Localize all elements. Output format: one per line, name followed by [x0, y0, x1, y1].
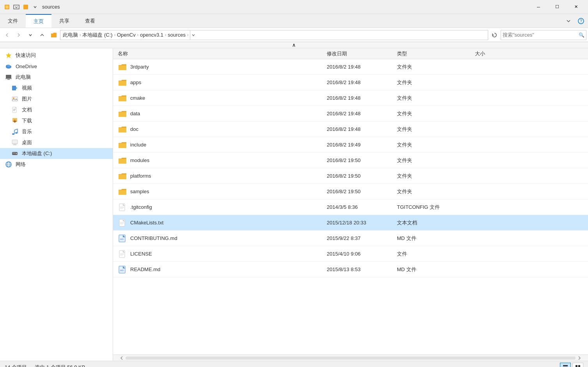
tab-file[interactable]: 文件	[0, 14, 26, 28]
svg-rect-43	[119, 219, 125, 226]
sidebar-item-OneDrive[interactable]: OneDrive	[0, 61, 113, 72]
sidebar-item-此电脑[interactable]: 此电脑	[0, 72, 113, 83]
view-buttons	[560, 363, 583, 367]
hscroll-left-arrow[interactable]	[119, 356, 124, 360]
table-row[interactable]: platforms 2016/8/2 19:50 文件夹	[113, 168, 588, 184]
file-icon	[118, 156, 127, 165]
svg-rect-13	[7, 79, 10, 80]
address-path[interactable]: 此电脑 › 本地磁盘 (C:) › OpenCv › opencv3.1 › s…	[60, 30, 488, 40]
large-icons-view-button[interactable]	[572, 363, 583, 367]
title-bar-app-icons	[3, 3, 39, 11]
search-input[interactable]	[503, 32, 579, 38]
address-folder-icon	[48, 30, 59, 41]
path-segment-opencv[interactable]: OpenCv	[117, 32, 136, 38]
file-date: 2016/8/2 19:50	[324, 157, 394, 163]
table-row[interactable]: 3rdparty 2016/8/2 19:48 文件夹	[113, 59, 588, 75]
table-row[interactable]: doc 2016/8/2 19:48 文件夹	[113, 122, 588, 137]
minimize-button[interactable]: ─	[530, 1, 547, 13]
table-row[interactable]: include 2016/8/2 19:49 文件夹	[113, 137, 588, 153]
tab-home[interactable]: 主页	[26, 14, 51, 28]
horizontal-scrollbar[interactable]	[113, 355, 588, 361]
table-row[interactable]: apps 2016/8/2 19:48 文件夹	[113, 75, 588, 90]
collapse-bar[interactable]: ∧	[0, 42, 588, 48]
refresh-button[interactable]	[489, 30, 500, 41]
table-row[interactable]: samples 2016/8/2 19:50 文件夹	[113, 184, 588, 199]
file-icon	[118, 78, 127, 87]
file-icon	[118, 94, 127, 103]
close-button[interactable]: ✕	[567, 1, 585, 13]
sidebar-label: 图片	[22, 95, 32, 102]
file-name: cmake	[130, 95, 145, 101]
table-row[interactable]: cmake 2016/8/2 19:48 文件夹	[113, 90, 588, 106]
svg-rect-49	[119, 251, 125, 258]
details-view-button[interactable]	[560, 363, 571, 367]
sidebar-item-视频[interactable]: 视频	[0, 83, 113, 94]
path-segment-drive[interactable]: 本地磁盘 (C:)	[82, 32, 112, 39]
maximize-button[interactable]: ☐	[548, 1, 566, 13]
sidebar-item-下载[interactable]: 下载	[0, 115, 113, 126]
forward-button[interactable]	[13, 30, 24, 41]
sidebar-item-本地磁盘 (C:)[interactable]: 本地磁盘 (C:)	[0, 148, 113, 159]
table-row[interactable]: data 2016/8/2 19:48 文件夹	[113, 106, 588, 122]
file-icon	[118, 218, 127, 228]
file-type: 文本文档	[394, 219, 472, 226]
svg-rect-55	[563, 365, 568, 366]
file-icon	[118, 203, 127, 212]
cloud-icon	[5, 62, 12, 70]
file-icon	[118, 109, 127, 118]
column-size[interactable]: 大小	[472, 50, 588, 57]
search-box[interactable]: 🔍	[501, 30, 586, 40]
file-date: 2016/8/2 19:48	[324, 64, 394, 70]
table-row[interactable]: MD README.md 2015/8/13 8:53 MD 文件	[113, 262, 588, 277]
back-button[interactable]	[2, 30, 12, 41]
hscroll-track[interactable]	[126, 356, 576, 360]
ribbon-expand-button[interactable]	[563, 14, 574, 28]
tab-share[interactable]: 共享	[51, 14, 77, 28]
table-row[interactable]: MD CONTRIBUTING.md 2015/9/22 8:37 MD 文件	[113, 231, 588, 246]
column-date[interactable]: 修改日期	[324, 50, 394, 57]
app-icon-dropdown[interactable]	[31, 3, 39, 11]
hscroll-right-arrow[interactable]	[577, 356, 582, 360]
dropdown-history-button[interactable]	[25, 30, 36, 41]
path-segment-opencv31[interactable]: opencv3.1	[140, 32, 163, 38]
sidebar-item-网络[interactable]: 网络	[0, 159, 113, 170]
file-type: 文件夹	[394, 173, 472, 180]
tab-view[interactable]: 查看	[77, 14, 103, 28]
table-row[interactable]: .tgitconfig 2014/3/5 8:36 TGITCONFIG 文件	[113, 199, 588, 215]
table-row[interactable]: CMakeLists.txt 2015/12/18 20:33 文本文档	[113, 215, 588, 231]
sidebar-label: 桌面	[22, 139, 32, 146]
file-area: 名称 修改日期 类型 大小 3rdparty 2016/8/2 19:48 文件…	[113, 48, 588, 361]
file-icon	[118, 187, 127, 196]
sidebar-label: 下载	[22, 117, 32, 124]
path-segment-sources[interactable]: sources	[168, 32, 186, 38]
file-icon	[118, 62, 127, 72]
file-date: 2016/8/2 19:48	[324, 79, 394, 85]
path-segment-computer[interactable]: 此电脑	[63, 32, 78, 39]
app-icon-2	[12, 3, 20, 11]
column-name[interactable]: 名称	[113, 50, 324, 57]
table-row[interactable]: modules 2016/8/2 19:50 文件夹	[113, 153, 588, 168]
address-dropdown-button[interactable]	[190, 30, 196, 40]
svg-rect-28	[12, 140, 18, 144]
sidebar-item-图片[interactable]: 图片	[0, 94, 113, 104]
svg-rect-30	[13, 144, 16, 145]
image-icon	[11, 95, 19, 103]
help-button[interactable]: ?	[574, 14, 588, 28]
column-type[interactable]: 类型	[394, 50, 472, 57]
collapse-icon: ∧	[292, 42, 296, 48]
file-type: 文件夹	[394, 110, 472, 117]
svg-text:MD: MD	[120, 238, 124, 240]
svg-rect-3	[23, 5, 28, 9]
sidebar-item-音乐[interactable]: 音乐	[0, 126, 113, 137]
svg-rect-59	[578, 365, 580, 367]
sidebar-item-快速访问[interactable]: 快速访问	[0, 50, 113, 61]
file-name: include	[130, 142, 146, 148]
file-date: 2016/8/2 19:48	[324, 111, 394, 116]
table-row[interactable]: LICENSE 2015/4/10 9:06 文件	[113, 246, 588, 262]
sidebar-label: 视频	[22, 85, 32, 92]
sidebar-item-文档[interactable]: 文档	[0, 104, 113, 115]
file-date: 2016/8/2 19:49	[324, 142, 394, 148]
file-date: 2015/12/18 20:33	[324, 220, 394, 226]
sidebar-item-桌面[interactable]: 桌面	[0, 137, 113, 148]
up-button[interactable]	[37, 30, 48, 41]
